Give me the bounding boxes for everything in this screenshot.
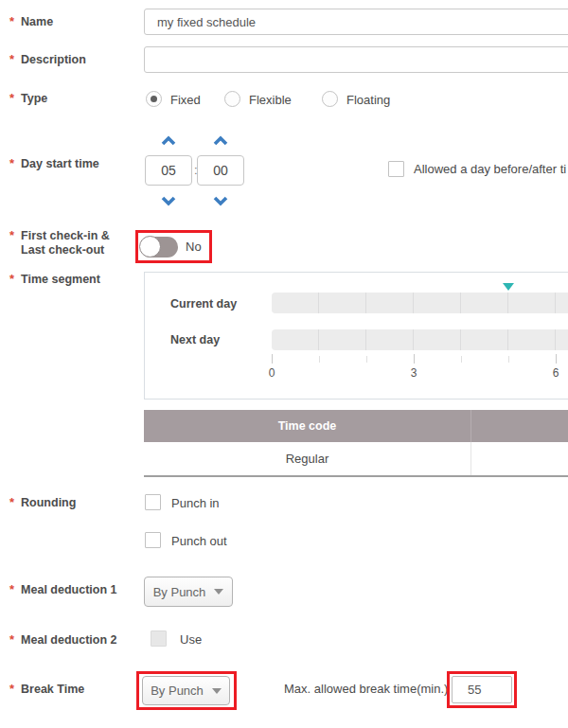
type-label: * Type — [9, 92, 47, 106]
required-marker: * — [9, 496, 14, 508]
axis-tick-major — [414, 354, 415, 364]
table-row: Regular — [144, 442, 568, 475]
radio-floating[interactable] — [322, 91, 338, 107]
required-marker: * — [9, 157, 14, 169]
axis-tick-minor — [319, 356, 320, 363]
time-code-cell: Regular — [144, 442, 471, 475]
axis-tick-minor — [461, 356, 462, 363]
radio-flexible[interactable] — [224, 91, 240, 107]
meal-deduction-2-use-checkbox[interactable] — [151, 630, 167, 647]
hour-decrement-button[interactable] — [160, 193, 177, 204]
radio-floating-label: Floating — [346, 93, 390, 107]
axis-tick-label: 3 — [402, 366, 425, 380]
required-marker: * — [9, 15, 14, 27]
required-marker: * — [9, 583, 14, 595]
axis-tick-major — [556, 354, 557, 364]
time-code-table: Time code Regular — [144, 410, 568, 477]
axis-tick-label: 0 — [260, 366, 283, 380]
current-day-timeline-bar[interactable] — [272, 293, 568, 313]
chevron-up-icon — [212, 135, 229, 147]
allow-day-before-after-checkbox[interactable] — [388, 161, 404, 177]
axis-tick-minor — [366, 356, 367, 363]
schedule-form: * Name * Description * Type Fixed Flexib… — [0, 0, 568, 728]
next-day-label: Next day — [170, 333, 220, 346]
toggle-knob-icon — [139, 236, 161, 257]
meal-deduction-1-label: * Meal deduction 1 — [9, 583, 116, 597]
required-marker: * — [9, 683, 14, 695]
minute-input[interactable] — [197, 155, 244, 186]
next-day-timeline-bar[interactable] — [272, 329, 568, 350]
minute-increment-button[interactable] — [212, 133, 229, 145]
name-label: * Name — [9, 15, 53, 29]
required-marker: * — [9, 53, 14, 65]
time-code-column-header: Time code — [144, 410, 471, 442]
hour-input[interactable] — [145, 155, 192, 186]
description-label: * Description — [9, 53, 86, 67]
actions-column-header — [471, 410, 568, 442]
description-input[interactable] — [144, 46, 568, 73]
chevron-up-icon — [160, 135, 177, 147]
break-time-label: * Break Time — [9, 683, 84, 697]
meal-deduction-1-dropdown[interactable]: By Punch — [144, 577, 233, 607]
caret-down-icon — [212, 688, 222, 694]
minute-decrement-button[interactable] — [212, 193, 229, 204]
first-last-toggle[interactable] — [140, 237, 178, 257]
punch-in-label: Punch in — [171, 496, 220, 510]
break-time-dropdown[interactable]: By Punch — [142, 676, 230, 705]
punch-out-label: Punch out — [171, 534, 227, 548]
name-input[interactable] — [144, 9, 568, 35]
actions-cell — [471, 442, 568, 475]
time-segment-label: * Time segment — [9, 273, 100, 287]
rounding-label: * Rounding — [9, 496, 76, 510]
required-marker: * — [9, 273, 14, 285]
allow-day-before-after-label: Allowed a day before/after ti — [414, 162, 566, 176]
required-marker: * — [9, 92, 14, 104]
day-start-time-label: * Day start time — [9, 157, 99, 171]
chevron-down-icon — [212, 195, 229, 206]
punch-out-checkbox[interactable] — [145, 532, 161, 548]
axis-tick-minor — [508, 356, 509, 363]
required-marker: * — [9, 633, 14, 646]
radio-fixed[interactable] — [146, 91, 162, 107]
punch-in-checkbox[interactable] — [145, 494, 161, 510]
hour-increment-button[interactable] — [160, 133, 177, 145]
day-start-marker-icon — [503, 283, 514, 291]
time-code-table-header: Time code — [144, 410, 568, 442]
required-marker: * — [9, 229, 14, 241]
meal-deduction-2-use-label: Use — [180, 632, 202, 647]
first-last-toggle-value: No — [186, 240, 202, 254]
current-day-label: Current day — [170, 297, 237, 311]
first-last-label: * First check-in & Last check-out — [9, 229, 110, 257]
axis-tick-label: 6 — [544, 366, 567, 380]
caret-down-icon — [214, 589, 223, 595]
chevron-down-icon — [160, 195, 177, 206]
max-break-time-input[interactable] — [452, 676, 512, 703]
axis-tick-major — [272, 354, 273, 364]
max-break-time-label: Max. allowed break time(min.) — [284, 682, 448, 696]
radio-fixed-label: Fixed — [170, 93, 201, 107]
meal-deduction-2-label: * Meal deduction 2 — [9, 633, 116, 648]
radio-flexible-label: Flexible — [249, 93, 292, 107]
